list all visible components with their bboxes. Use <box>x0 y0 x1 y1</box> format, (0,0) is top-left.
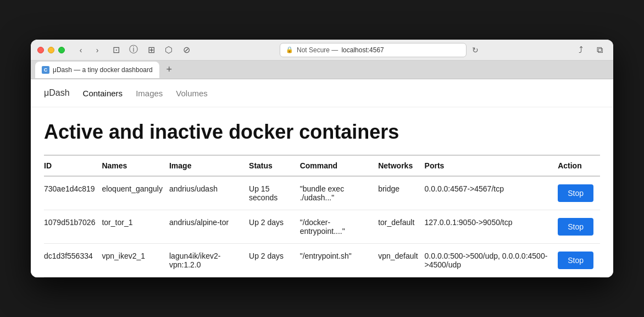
toolbar-icons: ⊡ ⓘ ⊞ ⬡ ⊘ <box>110 44 192 56</box>
cell-image: andrius/udash <box>169 176 249 210</box>
tab-favicon: C <box>42 66 49 74</box>
app-nav: μDash Containers Images Volumes <box>31 79 613 107</box>
title-bar: ‹ › ⊡ ⓘ ⊞ ⬡ ⊘ 🔒 Not Secure — localhost:4… <box>31 40 613 61</box>
col-image: Image <box>169 155 249 176</box>
cell-status: Up 2 days <box>249 210 300 244</box>
table-body: 730ae1d4c819 eloquent_ganguly andrius/ud… <box>44 176 600 277</box>
share-button[interactable]: ⤴ <box>574 44 588 56</box>
app-logo: μDash <box>44 88 70 98</box>
address-bar-wrap: 🔒 Not Secure — localhost:4567 ↻ <box>197 43 565 57</box>
cell-action: Stop <box>558 176 600 210</box>
shield-icon[interactable]: ⊘ <box>180 44 192 56</box>
col-id: ID <box>44 155 102 176</box>
table-row: 1079d51b7026 tor_tor_1 andrius/alpine-to… <box>44 210 600 244</box>
page-title: Active and inactive docker containers <box>44 121 600 144</box>
forward-button[interactable]: › <box>90 44 104 56</box>
cell-command: "bundle exec ./udash..." <box>300 176 378 210</box>
col-command: Command <box>300 155 378 176</box>
cell-networks: vpn_default <box>378 244 424 277</box>
col-ports: Ports <box>425 155 558 176</box>
cell-id: 1079d51b7026 <box>44 210 102 244</box>
col-networks: Networks <box>378 155 424 176</box>
col-status: Status <box>249 155 300 176</box>
cell-id: 730ae1d4c819 <box>44 176 102 210</box>
box-icon[interactable]: ⬡ <box>163 44 175 56</box>
cell-networks: tor_default <box>378 210 424 244</box>
reload-button[interactable]: ↻ <box>469 43 482 57</box>
cell-names: eloquent_ganguly <box>102 176 169 210</box>
minimize-button[interactable] <box>48 47 54 53</box>
cell-names: vpn_ikev2_1 <box>102 244 169 277</box>
table-header: ID Names Image Status Command Networks P… <box>44 155 600 176</box>
traffic-lights <box>37 47 65 53</box>
maximize-button[interactable] <box>58 47 65 53</box>
cell-id: dc1d3f556334 <box>44 244 102 277</box>
cell-image: andrius/alpine-tor <box>169 210 249 244</box>
address-text: Not Secure — <box>297 46 338 54</box>
nav-controls: ‹ › <box>74 44 104 56</box>
cell-names: tor_tor_1 <box>102 210 169 244</box>
screen-share-icon[interactable]: ⊞ <box>145 44 157 56</box>
tab-bar: C μDash — a tiny docker dashboard + <box>31 61 613 79</box>
nav-images[interactable]: Images <box>136 89 163 98</box>
mac-window: ‹ › ⊡ ⓘ ⊞ ⬡ ⊘ 🔒 Not Secure — localhost:4… <box>31 40 613 277</box>
right-controls: ⤴ ⧉ <box>574 44 607 56</box>
sidebar-icon[interactable]: ⊡ <box>110 44 122 56</box>
cell-networks: bridge <box>378 176 424 210</box>
cell-ports: 0.0.0.0:500->500/udp, 0.0.0.0:4500->4500… <box>425 244 558 277</box>
new-tab-button[interactable]: + <box>162 62 177 78</box>
containers-table: ID Names Image Status Command Networks P… <box>44 155 600 277</box>
cell-ports: 127.0.0.1:9050->9050/tcp <box>425 210 558 244</box>
cell-action: Stop <box>558 244 600 277</box>
col-action: Action <box>558 155 600 176</box>
stop-button-2[interactable]: Stop <box>558 252 593 269</box>
cell-image: lagun4ik/ikev2-vpn:1.2.0 <box>169 244 249 277</box>
tab-title: μDash — a tiny docker dashboard <box>53 66 153 74</box>
cell-command: "/docker-entrypoint...." <box>300 210 378 244</box>
cell-action: Stop <box>558 210 600 244</box>
address-bar[interactable]: 🔒 Not Secure — localhost:4567 <box>280 43 467 57</box>
cell-ports: 0.0.0.0:4567->4567/tcp <box>425 176 558 210</box>
nav-containers[interactable]: Containers <box>83 89 123 98</box>
stop-button-1[interactable]: Stop <box>558 218 593 236</box>
page-content: μDash Containers Images Volumes Active a… <box>31 79 613 277</box>
cell-status: Up 15 seconds <box>249 176 300 210</box>
lock-icon: 🔒 <box>286 46 293 53</box>
table-row: dc1d3f556334 vpn_ikev2_1 lagun4ik/ikev2-… <box>44 244 600 277</box>
back-button[interactable]: ‹ <box>74 44 88 56</box>
cell-command: "/entrypoint.sh" <box>300 244 378 277</box>
col-names: Names <box>102 155 169 176</box>
main-content: Active and inactive docker containers ID… <box>31 107 613 277</box>
info-icon[interactable]: ⓘ <box>127 44 140 56</box>
nav-volumes[interactable]: Volumes <box>176 89 208 98</box>
new-window-button[interactable]: ⧉ <box>592 44 607 56</box>
close-button[interactable] <box>37 47 44 53</box>
table-row: 730ae1d4c819 eloquent_ganguly andrius/ud… <box>44 176 600 210</box>
stop-button-0[interactable]: Stop <box>558 184 593 202</box>
address-url: localhost:4567 <box>341 46 384 54</box>
active-tab[interactable]: C μDash — a tiny docker dashboard <box>35 62 159 78</box>
cell-status: Up 2 days <box>249 244 300 277</box>
